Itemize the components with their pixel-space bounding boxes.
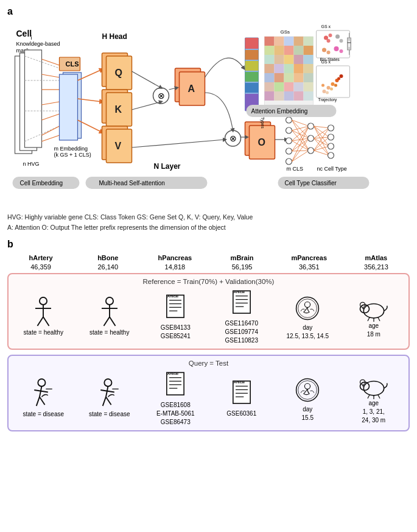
- svg-point-163: [327, 86, 331, 90]
- svg-text:N Layer: N Layer: [154, 162, 181, 171]
- svg-point-147: [327, 39, 331, 43]
- svg-text:K: K: [115, 104, 122, 115]
- icon-cell-fetus: day12.5, 13.5, 14.5: [275, 293, 340, 341]
- svg-text:Artical: Artical: [167, 372, 179, 375]
- svg-text:GS x: GS x: [321, 24, 331, 29]
- svg-rect-222: [167, 373, 184, 395]
- svg-rect-23: [60, 74, 78, 140]
- svg-text:Artical: Artical: [233, 380, 245, 384]
- svg-point-146: [329, 34, 332, 37]
- svg-rect-107: [275, 37, 284, 46]
- reference-icon-row: state = healthy state = healthy Artical …: [11, 289, 406, 345]
- icon-cell-article: Artical GSE81608E-MTAB-5061GSE86473: [143, 371, 208, 427]
- svg-rect-108: [284, 37, 294, 46]
- svg-rect-131: [265, 82, 275, 91]
- svg-rect-116: [265, 55, 275, 64]
- svg-text:⊗: ⊗: [230, 133, 237, 143]
- diagram-area: Cell i Knowldege-based mask n HVG: [7, 20, 410, 208]
- column-header-mpancreas: mPancreas36,351: [276, 254, 343, 272]
- svg-rect-136: [265, 91, 275, 101]
- svg-point-162: [323, 90, 326, 93]
- svg-text:Artical: Artical: [233, 290, 245, 294]
- svg-rect-99: [245, 50, 259, 60]
- svg-rect-190: [167, 296, 184, 318]
- svg-rect-137: [275, 91, 284, 101]
- svg-text:Knowldege-based: Knowldege-based: [16, 41, 60, 47]
- icon-cell-human_disease: state = disease: [77, 378, 142, 419]
- svg-point-58: [286, 138, 292, 144]
- section-b: b hArtery46,359hBone26,140hPancreas14,81…: [7, 239, 410, 432]
- architecture-diagram: Cell i Knowldege-based mask n HVG: [7, 20, 410, 208]
- icon-cell-human_healthy: state = healthy: [77, 297, 142, 337]
- icon-cell-mouse: age18 m: [342, 295, 407, 339]
- svg-rect-132: [275, 82, 284, 91]
- svg-point-180: [40, 297, 47, 305]
- svg-rect-117: [275, 55, 284, 64]
- svg-line-189: [110, 317, 116, 326]
- svg-text:Artical: Artical: [167, 294, 179, 298]
- svg-point-208: [362, 308, 364, 310]
- svg-text:Cell: Cell: [16, 29, 32, 38]
- reference-box: Reference = Train(70%) + Validation(30%)…: [7, 273, 410, 350]
- svg-text:Q: Q: [115, 68, 122, 78]
- svg-point-153: [340, 49, 343, 53]
- svg-line-188: [103, 317, 110, 326]
- icon-cell-fetus: day15.5: [275, 375, 340, 422]
- svg-text:Cell Embedding: Cell Embedding: [20, 180, 63, 186]
- column-headers: hArtery46,359hBone26,140hPancreas14,818m…: [7, 254, 410, 272]
- svg-line-184: [43, 317, 49, 326]
- svg-text:V: V: [115, 141, 122, 151]
- svg-text:GSs: GSs: [281, 29, 290, 35]
- svg-point-59: [286, 148, 292, 154]
- svg-point-91: [328, 125, 334, 131]
- svg-point-76: [308, 123, 314, 129]
- svg-text:n HVG: n HVG: [23, 161, 40, 167]
- query-box: Query = Test state = disease state = dis…: [7, 355, 410, 431]
- svg-point-56: [286, 117, 292, 123]
- svg-point-148: [335, 35, 340, 39]
- svg-line-215: [40, 397, 45, 405]
- svg-rect-124: [294, 64, 304, 73]
- svg-rect-98: [245, 38, 259, 49]
- svg-text:A: A: [188, 83, 195, 94]
- svg-line-220: [106, 397, 111, 405]
- icon-cell-human_disease: state = disease: [11, 378, 76, 419]
- svg-point-167: [326, 91, 329, 94]
- diagram-legend: HVG: Highly variable gene CLS: Class Tok…: [7, 212, 410, 233]
- query-label: Query = Test: [11, 360, 406, 367]
- column-header-mbrain: mBrain56,195: [208, 254, 275, 272]
- svg-rect-134: [294, 82, 304, 91]
- query-icon-row: state = disease state = disease Artical …: [11, 371, 406, 427]
- svg-point-149: [340, 39, 343, 43]
- svg-point-240: [362, 385, 364, 387]
- icon-cell-article: Artical GSE60361: [209, 379, 275, 418]
- svg-text:GS x: GS x: [321, 60, 331, 64]
- svg-point-166: [340, 74, 343, 78]
- svg-point-78: [308, 147, 314, 154]
- svg-text:nc Cell Type: nc Cell Type: [317, 166, 347, 172]
- svg-rect-142: [317, 30, 350, 58]
- main-container: a Cell i Knowldege-based mask n HVG: [0, 0, 417, 438]
- svg-point-60: [286, 158, 292, 165]
- svg-point-150: [322, 48, 326, 52]
- svg-rect-114: [294, 46, 304, 55]
- svg-rect-120: [304, 55, 314, 64]
- column-header-hpancreas: hPancreas14,818: [141, 254, 208, 272]
- svg-point-168: [330, 88, 333, 91]
- svg-rect-119: [294, 55, 304, 64]
- svg-point-77: [308, 135, 314, 141]
- svg-rect-7: [25, 50, 42, 147]
- svg-rect-109: [294, 37, 304, 46]
- svg-rect-196: [233, 291, 250, 314]
- icon-cell-mouse: age1, 3, 21,24, 30 m: [342, 372, 407, 425]
- column-header-hbone: hBone26,140: [74, 254, 141, 272]
- icon-cell-article: Artical GSE116470GSE109774GSE110823: [209, 289, 275, 345]
- icon-cell-article: Artical GSE84133GSE85241: [143, 293, 208, 341]
- svg-rect-125: [304, 64, 314, 73]
- svg-rect-115: [304, 46, 314, 55]
- section-a-label: a: [7, 6, 410, 17]
- svg-rect-111: [265, 46, 275, 55]
- svg-text:Cell Type Classifier: Cell Type Classifier: [285, 180, 337, 186]
- svg-text:CLS: CLS: [66, 60, 79, 68]
- svg-rect-106: [265, 37, 275, 46]
